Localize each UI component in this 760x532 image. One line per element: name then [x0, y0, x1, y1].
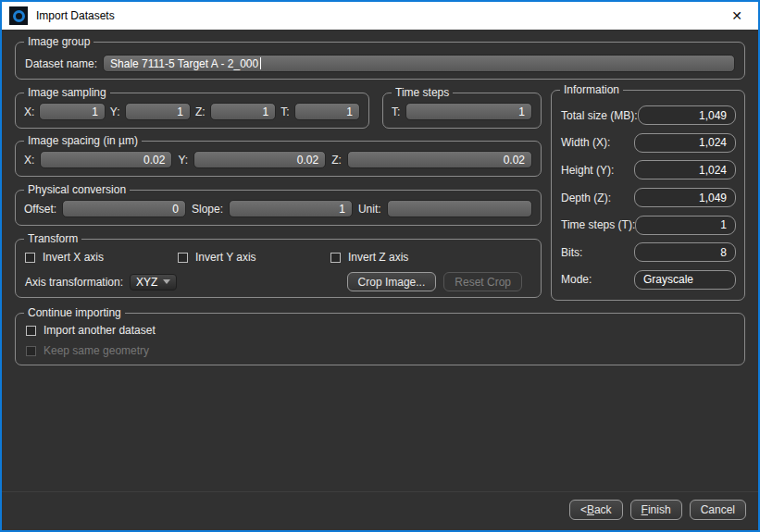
- axis-transformation-label: Axis transformation:: [25, 276, 123, 289]
- back-mnemonic: B: [587, 503, 594, 516]
- dataset-name-label: Dataset name:: [25, 57, 97, 70]
- physical-conversion-title: Physical conversion: [24, 183, 130, 196]
- spacing-z-label: Z:: [331, 154, 342, 167]
- invert-y-checkbox[interactable]: Invert Y axis: [178, 251, 330, 264]
- axis-transformation-value: XYZ: [136, 276, 157, 289]
- image-spacing-title: Image spacing (in µm): [24, 134, 142, 147]
- spacing-x-input[interactable]: 0.02: [40, 151, 172, 168]
- sampling-x-label: X:: [24, 105, 34, 118]
- info-row-width: Width (X): 1,024: [561, 130, 736, 157]
- width-label: Width (X):: [561, 136, 610, 149]
- continue-importing-title: Continue importing: [24, 306, 125, 319]
- image-sampling-title: Image sampling: [24, 86, 110, 99]
- invert-y-label: Invert Y axis: [195, 251, 256, 264]
- mode-label: Mode:: [561, 273, 592, 286]
- total-size-label: Total size (MB):: [561, 109, 638, 122]
- import-datasets-dialog: Import Datasets ✕ Image group Dataset na…: [0, 0, 760, 532]
- slope-label: Slope:: [192, 203, 223, 216]
- invert-z-checkbox[interactable]: Invert Z axis: [330, 251, 408, 264]
- spacing-y-label: Y:: [178, 154, 188, 167]
- offset-input[interactable]: 0: [62, 200, 186, 217]
- info-row-depth: Depth (Z): 1,049: [561, 184, 736, 212]
- total-size-value: 1,049: [638, 105, 736, 125]
- continue-importing-box: Continue importing Import another datase…: [15, 313, 745, 365]
- unit-input[interactable]: [387, 200, 532, 217]
- image-sampling-box: Image sampling X: 1 Y: 1 Z: 1 T: 1: [15, 93, 369, 129]
- reset-crop-button: Reset Crop: [443, 272, 522, 291]
- back-button[interactable]: < Back: [569, 500, 623, 520]
- time-steps-title: Time steps: [392, 86, 453, 99]
- invert-z-label: Invert Z axis: [348, 251, 408, 264]
- info-row-bits: Bits: 8: [561, 239, 736, 266]
- depth-label: Depth (Z):: [561, 192, 611, 204]
- physical-conversion-box: Physical conversion Offset: 0 Slope: 1 U…: [15, 190, 542, 226]
- finish-label-rest: inish: [648, 503, 671, 516]
- back-label: <: [580, 503, 587, 516]
- finish-mnemonic: F: [642, 503, 648, 516]
- spacing-y-input[interactable]: 0.02: [193, 151, 326, 168]
- title-bar[interactable]: Import Datasets ✕: [2, 2, 758, 30]
- slope-input[interactable]: 1: [229, 200, 353, 217]
- text-caret: [260, 57, 261, 69]
- unit-label: Unit:: [358, 203, 381, 216]
- checkbox-icon: [178, 253, 188, 263]
- height-label: Height (Y):: [561, 164, 614, 177]
- spacing-x-label: X:: [24, 154, 34, 167]
- sampling-z-label: Z:: [195, 105, 206, 118]
- transform-title: Transform: [24, 232, 81, 245]
- information-box: Information Total size (MB): 1,049 Width…: [551, 90, 745, 301]
- import-another-dataset-label: Import another dataset: [44, 324, 156, 337]
- info-time-steps-label: Time steps (T):: [561, 218, 635, 231]
- bits-value: 8: [634, 242, 736, 262]
- time-steps-t-input[interactable]: 1: [405, 103, 532, 120]
- offset-label: Offset:: [24, 203, 56, 216]
- close-icon[interactable]: ✕: [716, 2, 758, 30]
- time-steps-box: Time steps T: 1: [382, 93, 542, 129]
- spacing-z-input[interactable]: 0.02: [347, 151, 532, 168]
- app-icon: [9, 6, 28, 25]
- footer-buttons: < Back Finish Cancel: [569, 500, 746, 520]
- checkbox-icon: [26, 346, 36, 356]
- app-logo-ring-icon: [13, 10, 25, 22]
- cancel-button[interactable]: Cancel: [690, 500, 746, 520]
- import-another-dataset-checkbox[interactable]: Import another dataset: [26, 324, 156, 337]
- bits-label: Bits:: [561, 246, 582, 259]
- sampling-y-input[interactable]: 1: [125, 103, 191, 120]
- image-group-title: Image group: [24, 35, 93, 48]
- info-row-height: Height (Y): 1,024: [561, 156, 736, 184]
- sampling-z-input[interactable]: 1: [210, 103, 276, 120]
- info-row-time-steps: Time steps (T): 1: [561, 211, 736, 239]
- time-steps-t-label: T:: [392, 105, 400, 118]
- image-group-box: Image group Dataset name: Shale 7111-5 T…: [15, 42, 745, 80]
- mode-value: Grayscale: [634, 270, 736, 290]
- dataset-name-input[interactable]: Shale 7111-5 Target A - 2_000: [103, 55, 735, 72]
- invert-x-checkbox[interactable]: Invert X axis: [25, 251, 178, 264]
- invert-x-label: Invert X axis: [43, 251, 104, 264]
- info-row-mode: Mode: Grayscale: [561, 266, 736, 293]
- axis-transformation-dropdown[interactable]: XYZ: [130, 274, 177, 291]
- height-value: 1,024: [634, 160, 736, 179]
- finish-button[interactable]: Finish: [630, 500, 682, 520]
- dialog-content: Image group Dataset name: Shale 7111-5 T…: [2, 30, 758, 530]
- checkbox-icon: [25, 253, 35, 263]
- sampling-t-label: T:: [280, 105, 289, 118]
- window-title: Import Datasets: [36, 9, 115, 22]
- info-time-steps-value: 1: [635, 216, 736, 235]
- keep-same-geometry-label: Keep same geometry: [44, 344, 149, 357]
- width-value: 1,024: [634, 133, 736, 153]
- info-row-total-size: Total size (MB): 1,049: [561, 102, 736, 130]
- sampling-x-input[interactable]: 1: [39, 103, 105, 120]
- transform-box: Transform Invert X axis Invert Y axis In…: [15, 239, 542, 298]
- keep-same-geometry-checkbox: Keep same geometry: [26, 344, 156, 357]
- dataset-name-value: Shale 7111-5 Target A - 2_000: [110, 57, 258, 70]
- back-label-rest: ack: [594, 503, 612, 516]
- sampling-t-input[interactable]: 1: [294, 103, 360, 120]
- crop-image-button[interactable]: Crop Image...: [347, 272, 437, 291]
- checkbox-icon: [330, 253, 341, 263]
- image-spacing-box: Image spacing (in µm) X: 0.02 Y: 0.02 Z:…: [15, 141, 542, 177]
- chevron-down-icon: [163, 279, 170, 284]
- footer-separator: [2, 491, 758, 492]
- information-title: Information: [560, 83, 623, 96]
- depth-value: 1,049: [634, 188, 736, 207]
- checkbox-icon: [26, 326, 36, 336]
